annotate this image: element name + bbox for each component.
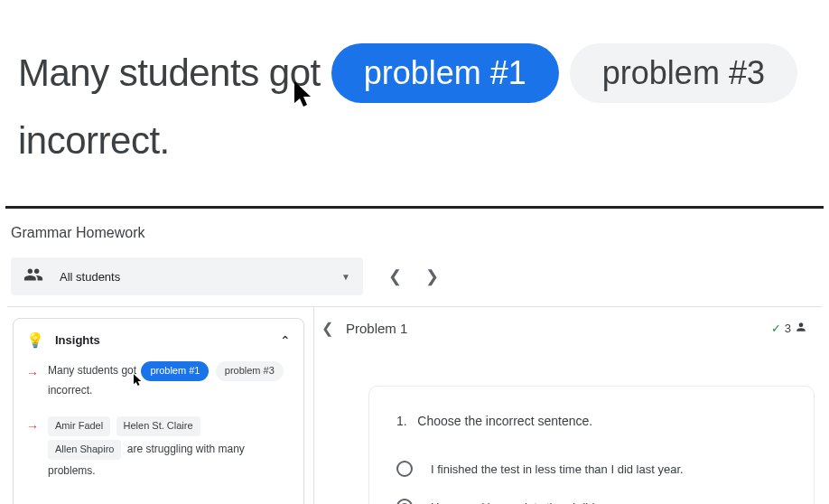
insight-pill-problem-3[interactable]: problem #3 [216,361,284,381]
left-pane: 💡 Insights ⌃ → Many students got problem… [7,307,314,504]
hero-prefix: Many students got [18,51,321,95]
arrow-right-icon: → [26,361,39,400]
page-title: Grammar Homework [7,225,822,257]
insight-row-problems: → Many students got problem #1 problem #… [26,361,291,400]
insight-suffix: incorrect. [48,384,92,397]
back-chevron-icon[interactable]: ❮ [321,320,333,337]
question-card: 1. Choose the incorrect sentence. I fini… [368,386,815,504]
hero-suffix: incorrect. [18,119,170,163]
option-b-text: He scored less points than I did. [431,500,598,505]
student-chip[interactable]: Amir Fadel [48,416,110,436]
right-pane: ❮ Problem 1 ✓ 3 1. Choose the incorrect … [314,307,822,504]
insight-text: Many students got [48,364,136,377]
insights-title: Insights [55,333,100,347]
option-a-text: I finished the test in less time than I … [431,462,684,476]
correct-count: 3 [785,322,791,335]
app-section: Grammar Homework All students ▼ ❮ ❯ 💡 [0,209,829,504]
next-arrow[interactable]: ❯ [425,268,439,285]
people-icon [23,265,43,288]
radio-checked-icon[interactable] [396,499,413,504]
hero-pill-problem-3[interactable]: problem #3 [570,43,797,103]
question-prompt: Choose the incorrect sentence. [417,414,592,428]
students-dropdown[interactable]: All students ▼ [11,257,363,295]
dropdown-label: All students [60,270,120,284]
prev-arrow[interactable]: ❮ [388,268,402,285]
collapse-icon[interactable]: ⌃ [280,333,291,348]
insight-pill-problem-1[interactable]: problem #1 [141,361,209,381]
insight-row-students: → Amir Fadel Helen St. Claire Allen Shap… [26,415,291,481]
student-chip[interactable]: Allen Shapiro [48,440,121,460]
question-number: 1. [396,414,407,428]
insights-card: 💡 Insights ⌃ → Many students got problem… [13,318,304,504]
option-b[interactable]: He scored less points than I did. [396,488,787,504]
radio-unchecked-icon[interactable] [396,461,413,477]
lightbulb-icon: 💡 [26,331,44,349]
caret-down-icon: ▼ [341,272,350,282]
student-chip[interactable]: Helen St. Claire [116,416,200,436]
problem-title: Problem 1 [346,321,407,336]
hero-section: Many students got problem #1 problem #3 … [0,0,829,206]
cursor-icon [294,81,316,110]
option-a[interactable]: I finished the test in less time than I … [396,450,787,488]
arrow-right-icon: → [26,415,39,481]
hero-pill-problem-1[interactable]: problem #1 [331,43,559,103]
toolbar: All students ▼ ❮ ❯ [7,257,822,295]
check-icon: ✓ [771,322,781,335]
cursor-icon [134,374,144,387]
person-icon [795,321,807,336]
problem-stats: ✓ 3 [771,321,807,336]
